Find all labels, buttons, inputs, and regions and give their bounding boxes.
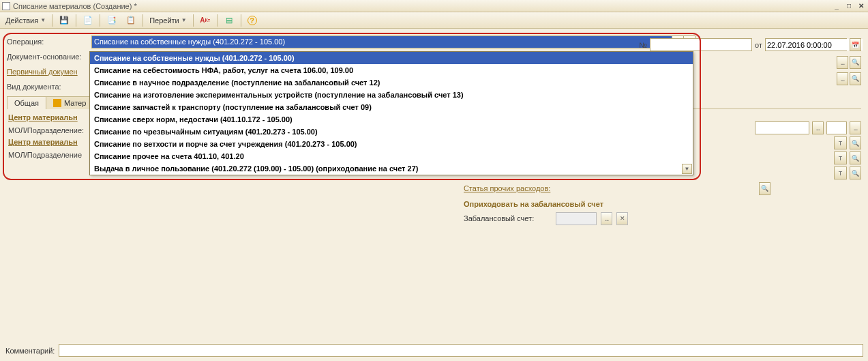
operation-label: Операция: — [7, 38, 89, 46]
dropdown-option[interactable]: Списание на собственные нужды (401.20.27… — [90, 52, 693, 64]
dropdown-option[interactable]: Списание на себестоимость НФА, работ, ус… — [90, 64, 693, 76]
text-mode-2[interactable]: T — [834, 151, 847, 164]
date-field[interactable] — [765, 38, 847, 51]
operation-dropdown[interactable]: Списание на собственные нужды (401.20.27… — [89, 51, 693, 175]
text-mode-1[interactable]: T — [834, 136, 847, 149]
offbalance-field[interactable] — [556, 212, 597, 225]
titlebar: Списание материалов (Создание) * _ □ ✕ — [0, 0, 868, 12]
aux-search-2[interactable]: 🔍 — [850, 151, 861, 164]
mol1-label: МОЛ/Подразделение: — [8, 126, 90, 134]
actions-label: Действия — [5, 16, 38, 25]
number-label: № — [639, 41, 647, 49]
aux-search-1[interactable]: 🔍 — [850, 136, 861, 149]
post-icon: 📑 — [106, 15, 117, 26]
aux-picker-1[interactable]: ... — [812, 121, 824, 134]
tab-general[interactable]: Общая — [7, 96, 46, 109]
save-button[interactable]: 💾 — [55, 14, 73, 27]
offbalance-clear[interactable]: ✕ — [616, 212, 628, 225]
comment-input[interactable] — [59, 344, 863, 357]
aux-field-2[interactable] — [826, 121, 847, 134]
field-picker-1[interactable]: ... — [837, 56, 848, 69]
dropdown-option[interactable]: Выдача в личное пользование (401.20.272 … — [90, 162, 693, 175]
minimize-button[interactable]: _ — [832, 2, 841, 10]
operation-combo[interactable]: Списание на собственные нужды (401.20.27… — [91, 35, 695, 48]
from-label: от — [755, 41, 762, 49]
field-search-2[interactable]: 🔍 — [850, 72, 861, 85]
akt-icon: АКт — [200, 15, 211, 26]
offbalance-picker[interactable]: ... — [601, 212, 612, 225]
page-icon: 📄 — [83, 15, 93, 26]
operation-selected: Списание на собственные нужды (401.20.27… — [92, 36, 672, 48]
page-button[interactable]: 📄 — [79, 14, 97, 27]
dropdown-scroll-down-icon[interactable]: ▼ — [682, 164, 692, 174]
dropdown-option[interactable]: Списание запчастей к транспорту (поступл… — [90, 101, 693, 113]
mol2-label: МОЛ/Подразделение — [8, 151, 90, 159]
toolbar: Действия▼ 💾 📄 📑 📋 Перейти▼ АКт ▤ ? — [0, 12, 868, 29]
number-field[interactable] — [650, 38, 752, 51]
restore-button[interactable]: □ — [844, 2, 854, 10]
dropdown-option[interactable]: Списание по чрезвычайным ситуациям (401.… — [90, 126, 693, 138]
dropdown-option[interactable]: Списание по ветхости и порче за счет учр… — [90, 138, 693, 150]
expense-link[interactable]: Статья прочих расходов: — [464, 184, 550, 192]
list-button[interactable]: ▤ — [220, 14, 238, 27]
comment-label: Комментарий: — [5, 347, 55, 355]
aux-picker-2[interactable]: ... — [850, 121, 861, 134]
dropdown-option[interactable]: Списание на изготовление экспериментальн… — [90, 89, 693, 101]
goto-menu[interactable]: Перейти▼ — [146, 14, 190, 27]
dropdown-option[interactable]: Списание в научное подразделение (поступ… — [90, 76, 693, 89]
tab-materials[interactable]: Матер — [46, 96, 93, 109]
dropdown-option[interactable]: Списание сверх норм, недостачи (401.10.1… — [90, 113, 693, 126]
doctype-label: Вид документа: — [7, 83, 89, 91]
report-icon: 📋 — [125, 15, 136, 26]
expense-search[interactable]: 🔍 — [759, 182, 770, 195]
report-button[interactable]: 📋 — [122, 14, 140, 27]
basis-label: Документ-основание: — [7, 53, 89, 61]
post-button[interactable]: 📑 — [103, 14, 121, 27]
goto-label: Перейти — [149, 16, 179, 25]
offbalance-label: Забалансовый счет: — [464, 214, 534, 222]
help-icon: ? — [248, 16, 257, 25]
close-button[interactable]: ✕ — [856, 2, 866, 10]
text-mode-3[interactable]: T — [834, 167, 847, 179]
document-icon — [2, 2, 10, 10]
help-button[interactable]: ? — [244, 14, 260, 27]
list-icon: ▤ — [224, 15, 235, 26]
akt-button[interactable]: АКт — [196, 14, 214, 27]
actions-menu[interactable]: Действия▼ — [2, 14, 49, 27]
window-title: Списание материалов (Создание) * — [13, 2, 832, 10]
dropdown-option[interactable]: Списание прочее на счета 401.10, 401.20 — [90, 150, 693, 162]
save-icon: 💾 — [59, 15, 70, 26]
date-input[interactable] — [766, 39, 863, 50]
aux-field-1[interactable] — [755, 121, 809, 134]
field-picker-2[interactable]: ... — [837, 72, 848, 85]
offbalance-heading: Оприходовать на забалансовый счет — [464, 200, 770, 208]
field-search-1[interactable]: 🔍 — [850, 56, 861, 69]
calendar-icon[interactable]: 📅 — [850, 38, 861, 51]
aux-search-3[interactable]: 🔍 — [850, 167, 861, 179]
primary-doc-link[interactable]: Первичный докумен — [7, 68, 89, 76]
materials-tab-icon — [53, 99, 61, 107]
